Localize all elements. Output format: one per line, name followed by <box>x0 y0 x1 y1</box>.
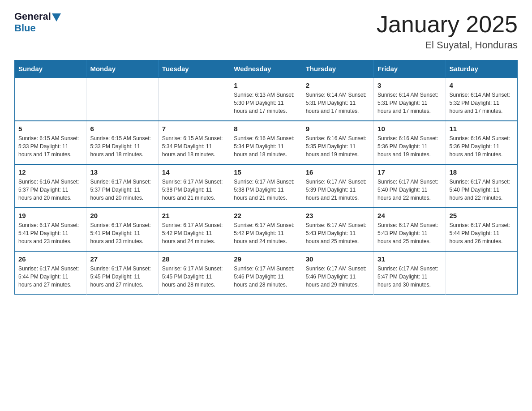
day-number: 9 <box>306 125 370 133</box>
day-info: Sunrise: 6:17 AM Sunset: 5:43 PM Dayligh… <box>378 221 442 245</box>
day-number: 18 <box>450 168 514 176</box>
calendar-cell: 26Sunrise: 6:17 AM Sunset: 5:44 PM Dayli… <box>15 251 86 295</box>
day-info: Sunrise: 6:17 AM Sunset: 5:44 PM Dayligh… <box>450 221 514 245</box>
header-saturday: Saturday <box>446 60 517 78</box>
header-wednesday: Wednesday <box>230 60 302 78</box>
day-number: 11 <box>450 125 514 133</box>
calendar-cell: 16Sunrise: 6:17 AM Sunset: 5:39 PM Dayli… <box>302 164 373 208</box>
day-number: 6 <box>90 125 154 133</box>
day-info: Sunrise: 6:17 AM Sunset: 5:44 PM Dayligh… <box>18 265 82 289</box>
day-number: 19 <box>18 212 82 219</box>
day-number: 8 <box>234 125 298 133</box>
day-info: Sunrise: 6:16 AM Sunset: 5:36 PM Dayligh… <box>450 134 514 158</box>
calendar-cell <box>158 77 230 121</box>
calendar-cell: 8Sunrise: 6:16 AM Sunset: 5:34 PM Daylig… <box>230 121 302 164</box>
day-info: Sunrise: 6:17 AM Sunset: 5:37 PM Dayligh… <box>90 178 154 202</box>
calendar-week-2: 5Sunrise: 6:15 AM Sunset: 5:33 PM Daylig… <box>15 121 518 164</box>
day-info: Sunrise: 6:15 AM Sunset: 5:33 PM Dayligh… <box>18 134 82 158</box>
day-number: 31 <box>378 255 442 263</box>
page-header: General Blue January 2025 El Suyatal, Ho… <box>14 11 518 51</box>
day-number: 24 <box>378 212 442 219</box>
day-info: Sunrise: 6:16 AM Sunset: 5:34 PM Dayligh… <box>234 134 298 158</box>
day-info: Sunrise: 6:17 AM Sunset: 5:45 PM Dayligh… <box>90 265 154 289</box>
calendar-cell: 29Sunrise: 6:17 AM Sunset: 5:46 PM Dayli… <box>230 251 302 295</box>
day-number: 12 <box>18 168 82 176</box>
day-info: Sunrise: 6:17 AM Sunset: 5:43 PM Dayligh… <box>306 221 370 245</box>
day-number: 7 <box>162 125 226 133</box>
calendar-week-5: 26Sunrise: 6:17 AM Sunset: 5:44 PM Dayli… <box>15 251 518 295</box>
day-number: 23 <box>306 212 370 219</box>
calendar-cell <box>15 77 86 121</box>
day-info: Sunrise: 6:17 AM Sunset: 5:40 PM Dayligh… <box>378 178 442 202</box>
day-number: 4 <box>450 81 514 89</box>
day-info: Sunrise: 6:16 AM Sunset: 5:36 PM Dayligh… <box>378 134 442 158</box>
day-info: Sunrise: 6:17 AM Sunset: 5:42 PM Dayligh… <box>234 221 298 245</box>
day-info: Sunrise: 6:13 AM Sunset: 5:30 PM Dayligh… <box>234 91 298 115</box>
calendar-cell: 17Sunrise: 6:17 AM Sunset: 5:40 PM Dayli… <box>374 164 446 208</box>
day-number: 15 <box>234 168 298 176</box>
calendar-cell: 28Sunrise: 6:17 AM Sunset: 5:45 PM Dayli… <box>158 251 230 295</box>
day-number: 13 <box>90 168 154 176</box>
calendar-cell: 14Sunrise: 6:17 AM Sunset: 5:38 PM Dayli… <box>158 164 230 208</box>
calendar-cell: 21Sunrise: 6:17 AM Sunset: 5:42 PM Dayli… <box>158 208 230 251</box>
day-info: Sunrise: 6:17 AM Sunset: 5:38 PM Dayligh… <box>162 178 226 202</box>
calendar-cell: 13Sunrise: 6:17 AM Sunset: 5:37 PM Dayli… <box>86 164 158 208</box>
calendar-cell: 27Sunrise: 6:17 AM Sunset: 5:45 PM Dayli… <box>86 251 158 295</box>
day-info: Sunrise: 6:17 AM Sunset: 5:40 PM Dayligh… <box>450 178 514 202</box>
day-number: 2 <box>306 81 370 89</box>
calendar-cell: 1Sunrise: 6:13 AM Sunset: 5:30 PM Daylig… <box>230 77 302 121</box>
day-info: Sunrise: 6:17 AM Sunset: 5:42 PM Dayligh… <box>162 221 226 245</box>
logo: General Blue <box>14 11 62 34</box>
calendar-cell: 15Sunrise: 6:17 AM Sunset: 5:38 PM Dayli… <box>230 164 302 208</box>
calendar-cell: 7Sunrise: 6:15 AM Sunset: 5:34 PM Daylig… <box>158 121 230 164</box>
day-number: 16 <box>306 168 370 176</box>
day-info: Sunrise: 6:17 AM Sunset: 5:45 PM Dayligh… <box>162 265 226 289</box>
calendar-cell: 20Sunrise: 6:17 AM Sunset: 5:41 PM Dayli… <box>86 208 158 251</box>
day-info: Sunrise: 6:17 AM Sunset: 5:39 PM Dayligh… <box>306 178 370 202</box>
calendar-week-3: 12Sunrise: 6:16 AM Sunset: 5:37 PM Dayli… <box>15 164 518 208</box>
day-number: 3 <box>378 81 442 89</box>
day-number: 21 <box>162 212 226 219</box>
day-number: 10 <box>378 125 442 133</box>
day-number: 5 <box>18 125 82 133</box>
header-tuesday: Tuesday <box>158 60 230 78</box>
logo-arrow-icon <box>52 13 61 21</box>
day-number: 17 <box>378 168 442 176</box>
calendar-cell: 18Sunrise: 6:17 AM Sunset: 5:40 PM Dayli… <box>446 164 517 208</box>
header-friday: Friday <box>374 60 446 78</box>
calendar-cell: 23Sunrise: 6:17 AM Sunset: 5:43 PM Dayli… <box>302 208 373 251</box>
day-info: Sunrise: 6:16 AM Sunset: 5:37 PM Dayligh… <box>18 178 82 202</box>
day-info: Sunrise: 6:17 AM Sunset: 5:41 PM Dayligh… <box>18 221 82 245</box>
calendar-cell: 4Sunrise: 6:14 AM Sunset: 5:32 PM Daylig… <box>446 77 517 121</box>
day-info: Sunrise: 6:17 AM Sunset: 5:46 PM Dayligh… <box>234 265 298 289</box>
page-title: January 2025 <box>377 11 518 38</box>
day-number: 22 <box>234 212 298 219</box>
header-monday: Monday <box>86 60 158 78</box>
logo-general-text: General <box>14 11 51 22</box>
calendar-header-row: SundayMondayTuesdayWednesdayThursdayFrid… <box>15 60 518 78</box>
day-number: 1 <box>234 81 298 89</box>
day-number: 20 <box>90 212 154 219</box>
calendar-cell: 30Sunrise: 6:17 AM Sunset: 5:46 PM Dayli… <box>302 251 373 295</box>
calendar-cell: 6Sunrise: 6:15 AM Sunset: 5:33 PM Daylig… <box>86 121 158 164</box>
page-subtitle: El Suyatal, Honduras <box>377 39 518 51</box>
day-info: Sunrise: 6:14 AM Sunset: 5:32 PM Dayligh… <box>450 91 514 115</box>
day-number: 27 <box>90 255 154 263</box>
day-info: Sunrise: 6:17 AM Sunset: 5:38 PM Dayligh… <box>234 178 298 202</box>
day-number: 25 <box>450 212 514 219</box>
calendar-cell <box>86 77 158 121</box>
calendar-cell: 9Sunrise: 6:16 AM Sunset: 5:35 PM Daylig… <box>302 121 373 164</box>
calendar-cell: 25Sunrise: 6:17 AM Sunset: 5:44 PM Dayli… <box>446 208 517 251</box>
calendar-cell: 5Sunrise: 6:15 AM Sunset: 5:33 PM Daylig… <box>15 121 86 164</box>
day-info: Sunrise: 6:14 AM Sunset: 5:31 PM Dayligh… <box>306 91 370 115</box>
header-sunday: Sunday <box>15 60 86 78</box>
logo-blue-text: Blue <box>14 22 36 34</box>
calendar-cell: 22Sunrise: 6:17 AM Sunset: 5:42 PM Dayli… <box>230 208 302 251</box>
day-info: Sunrise: 6:14 AM Sunset: 5:31 PM Dayligh… <box>378 91 442 115</box>
calendar-cell <box>446 251 517 295</box>
day-number: 26 <box>18 255 82 263</box>
calendar-cell: 11Sunrise: 6:16 AM Sunset: 5:36 PM Dayli… <box>446 121 517 164</box>
title-block: January 2025 El Suyatal, Honduras <box>377 11 518 51</box>
day-number: 28 <box>162 255 226 263</box>
calendar-table: SundayMondayTuesdayWednesdayThursdayFrid… <box>14 60 518 295</box>
